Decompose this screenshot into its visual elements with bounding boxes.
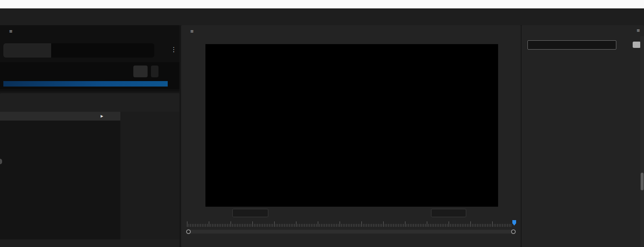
expand-triangle-icon[interactable]: ▶ [101, 114, 103, 118]
effect-controls-panel: ▶ [0, 93, 179, 247]
effects-tree [522, 51, 640, 247]
settings-wrench-icon[interactable] [472, 209, 479, 217]
panel-menu-icon[interactable]: ≡ [636, 27, 640, 34]
funnel-icon [137, 68, 144, 75]
filter-effects-icon[interactable] [143, 240, 149, 247]
program-time-ruler[interactable] [185, 220, 517, 228]
transport-controls [181, 236, 521, 247]
menu-bar [0, 0, 644, 8]
program-monitor-panel: ≡ [181, 25, 521, 247]
effects-scrollbar[interactable] [640, 36, 644, 247]
effect-controls-footer [0, 239, 179, 247]
panel-menu-icon[interactable]: ≡ [190, 29, 194, 34]
home-icon[interactable] [5, 13, 14, 21]
auto-button[interactable] [151, 66, 158, 77]
program-scrollbar[interactable] [185, 229, 517, 235]
scrollbar-right-handle[interactable] [511, 229, 516, 234]
video-preview[interactable] [205, 44, 498, 207]
playback-resolution-dropdown[interactable] [431, 209, 466, 217]
effects-search-box [527, 40, 616, 50]
clip-header-row[interactable]: ▶ [0, 112, 120, 121]
stock-category-dropdown[interactable] [3, 43, 51, 58]
scrollbar-left-handle[interactable] [186, 229, 191, 234]
effects-panel: ≡ [522, 25, 644, 247]
scrollbar-thumb[interactable] [641, 173, 644, 190]
zoom-level-dropdown[interactable] [232, 209, 268, 217]
kebab-menu-icon[interactable]: ⋮ [171, 46, 177, 53]
chevron-down-icon [261, 211, 265, 215]
stock-search-box [51, 43, 154, 58]
effects-search-input[interactable] [536, 42, 613, 47]
motion-array-panel: ≡ ⋮ [0, 25, 179, 92]
export-icon[interactable] [166, 240, 173, 247]
account-avatar[interactable] [158, 46, 167, 55]
play-audio-icon[interactable] [154, 240, 161, 247]
chevron-down-icon [459, 211, 463, 215]
accelerated-effects-icon[interactable] [621, 42, 629, 48]
app-toolbar [0, 8, 644, 25]
panel-menu-icon[interactable]: ≡ [9, 29, 13, 34]
chevron-down-icon [26, 48, 31, 53]
loading-progress-bar [3, 81, 168, 87]
stock-search-input[interactable] [51, 47, 150, 54]
export-icon[interactable] [629, 12, 638, 21]
32bit-color-icon[interactable] [633, 42, 641, 48]
stock-filter-bar [0, 62, 179, 89]
filter-button[interactable] [133, 66, 148, 77]
playhead-marker[interactable] [512, 220, 516, 226]
search-icon [530, 42, 536, 48]
